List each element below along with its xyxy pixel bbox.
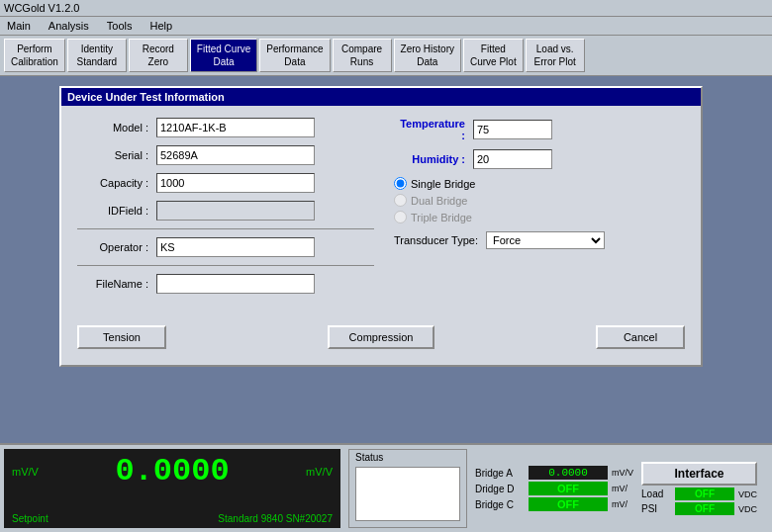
status-title: Status	[355, 452, 460, 463]
psi-label: PSI	[641, 503, 671, 514]
interface-section: Interface Load OFF VDC PSI OFF VDC	[641, 449, 757, 528]
single-bridge-radio[interactable]	[394, 177, 407, 190]
toolbar-identity-standard[interactable]: IdentityStandard	[67, 39, 127, 72]
idfield-label: IDField :	[77, 205, 156, 217]
form-right: Temperature : Humidity : Single Bridge	[394, 118, 685, 302]
bridge-a-unit: mV/V	[612, 468, 633, 478]
menu-tools[interactable]: Tools	[104, 19, 136, 33]
transducer-select[interactable]: Force Tension Compression Torque Pressur…	[486, 231, 605, 249]
model-label: Model :	[77, 122, 156, 133]
humidity-label: Humidity :	[394, 153, 473, 165]
load-value: OFF	[675, 488, 734, 500]
bridge-a-label: Bridge A	[475, 468, 525, 479]
transducer-row: Transducer Type: Force Tension Compressi…	[394, 231, 685, 249]
triple-bridge-row: Triple Bridge	[394, 211, 685, 223]
menu-help[interactable]: Help	[147, 19, 176, 33]
menu-bar: Main Analysis Tools Help	[0, 17, 772, 36]
operator-label: Operator :	[77, 241, 156, 253]
bridge-d-label: Dridge D	[475, 484, 525, 494]
dialog-title: Device Under Test Information	[61, 88, 701, 106]
bridge-d-row: Dridge D OFF mV/	[475, 482, 633, 495]
filename-label: FileName :	[77, 278, 156, 290]
bridge-a-number: 0.0000	[548, 467, 588, 479]
serial-label: Serial :	[77, 149, 156, 161]
display-number: 0.0000	[115, 453, 229, 489]
bridge-a-row: Bridge A 0.0000 mV/V	[475, 466, 633, 480]
bridge-d-value: OFF	[529, 482, 608, 495]
toolbar-fitted-curve-data[interactable]: Fitted CurveData	[190, 39, 257, 72]
bridge-radio-group: Single Bridge Dual Bridge Triple Bridge	[394, 177, 685, 223]
bottom-bar: mV/V 0.0000 mV/V Setpoint Standard 9840 …	[0, 443, 772, 532]
compression-button[interactable]: Compression	[328, 325, 435, 349]
toolbar-compare-runs[interactable]: CompareRuns	[333, 39, 392, 72]
menu-analysis[interactable]: Analysis	[46, 19, 92, 33]
toolbar-zero-history-data[interactable]: Zero HistoryData	[394, 39, 461, 72]
bridge-c-row: Bridge C OFF mV/	[475, 497, 633, 511]
status-panel: Status	[348, 449, 467, 528]
bridge-a-value: 0.0000	[529, 466, 608, 480]
model-input[interactable]	[156, 118, 315, 137]
humidity-input[interactable]	[473, 149, 552, 169]
bridge-c-value: OFF	[529, 497, 608, 511]
bridge-d-unit: mV/	[612, 484, 627, 493]
load-label: Load	[641, 488, 671, 499]
capacity-label: Capacity :	[77, 177, 156, 189]
triple-bridge-radio[interactable]	[394, 211, 407, 223]
app-title: WCGold V1.2.0	[4, 2, 79, 14]
load-row: Load OFF VDC	[641, 488, 757, 500]
form-left: Model : Serial : Capacity : IDField :	[77, 118, 374, 302]
toolbar: PerformCalibration IdentityStandard Reco…	[0, 36, 772, 76]
title-bar: WCGold V1.2.0	[0, 0, 772, 17]
display-top: mV/V 0.0000 mV/V	[12, 453, 333, 489]
display-value: 0.0000	[115, 453, 229, 489]
display-bottom: Setpoint Standard 9840 SN#20027	[12, 513, 333, 524]
transducer-label: Transducer Type:	[394, 234, 478, 246]
menu-main[interactable]: Main	[4, 19, 34, 33]
display-mv-right: mV/V	[306, 466, 333, 478]
toolbar-perform-calibration[interactable]: PerformCalibration	[4, 39, 65, 72]
psi-value: OFF	[675, 502, 734, 515]
display-panel: mV/V 0.0000 mV/V Setpoint Standard 9840 …	[4, 449, 340, 528]
display-mv-left: mV/V	[12, 466, 39, 478]
idfield-input[interactable]	[156, 201, 315, 221]
interface-button[interactable]: Interface	[641, 462, 757, 486]
filename-input[interactable]	[156, 274, 315, 294]
single-bridge-label: Single Bridge	[411, 178, 475, 190]
temperature-label: Temperature :	[394, 118, 473, 141]
bridge-c-unit: mV/	[612, 499, 627, 509]
dual-bridge-row: Dual Bridge	[394, 194, 685, 207]
toolbar-fitted-curve-plot[interactable]: FittedCurve Plot	[463, 39, 524, 72]
bridge-section: Bridge A 0.0000 mV/V Dridge D OFF mV/ Br…	[475, 449, 633, 528]
dual-bridge-radio[interactable]	[394, 194, 407, 207]
triple-bridge-label: Triple Bridge	[411, 212, 472, 223]
toolbar-performance-data[interactable]: PerformanceData	[259, 39, 330, 72]
serial-input[interactable]	[156, 145, 315, 165]
operator-input[interactable]	[156, 237, 315, 257]
display-setpoint: Setpoint	[12, 513, 48, 524]
dialog-buttons: Tension Compression Cancel	[77, 317, 685, 353]
toolbar-load-vs-error-plot[interactable]: Load vs.Error Plot	[526, 39, 585, 72]
tension-button[interactable]: Tension	[77, 325, 166, 349]
main-area: Device Under Test Information Model : Se…	[0, 76, 772, 491]
toolbar-record-zero[interactable]: RecordZero	[129, 39, 188, 72]
device-info-dialog: Device Under Test Information Model : Se…	[59, 86, 703, 367]
dual-bridge-label: Dual Bridge	[411, 195, 467, 207]
psi-row: PSI OFF VDC	[641, 502, 757, 515]
capacity-input[interactable]	[156, 173, 315, 193]
temperature-input[interactable]	[473, 120, 552, 139]
single-bridge-row: Single Bridge	[394, 177, 685, 190]
status-content	[355, 467, 460, 521]
cancel-button[interactable]: Cancel	[596, 325, 685, 349]
display-standard: Standard 9840 SN#20027	[218, 513, 333, 524]
load-unit: VDC	[738, 489, 757, 499]
bridge-c-label: Bridge C	[475, 499, 525, 510]
psi-unit: VDC	[738, 504, 757, 514]
